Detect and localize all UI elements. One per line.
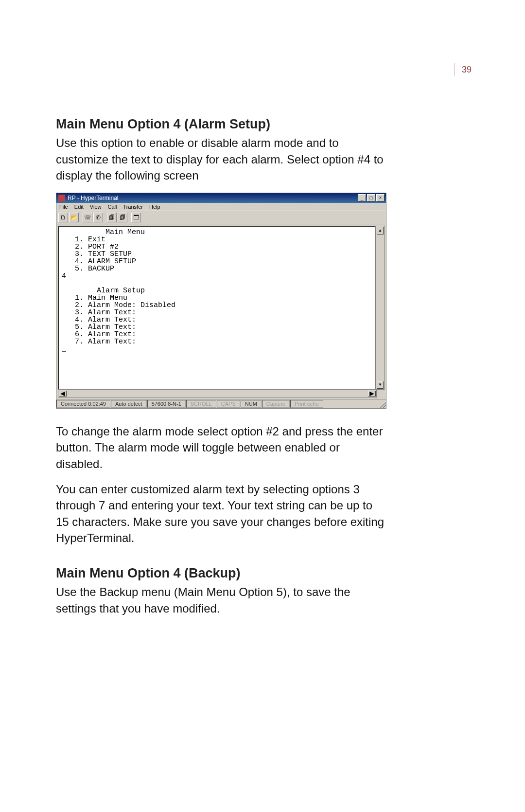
vertical-scrollbar[interactable]: ▲ ▼ — [376, 226, 385, 390]
window-titlebar: RP - HyperTerminal _ □ × — [56, 193, 386, 203]
terminal-area: Main Menu 1. Exit 2. PORT #2 3. TEXT SET… — [56, 224, 386, 390]
status-connected: Connected 0:02:49 — [56, 400, 110, 408]
section-heading-backup: Main Menu Option 4 (Backup) — [56, 566, 386, 581]
status-port: 57600 8-N-1 — [147, 400, 186, 408]
section-backup: Main Menu Option 4 (Backup) Use the Back… — [56, 566, 386, 616]
receive-icon[interactable]: 🗐 — [118, 213, 127, 222]
scroll-right-icon[interactable]: ► — [368, 391, 376, 397]
window-buttons: _ □ × — [358, 194, 385, 201]
minimize-button[interactable]: _ — [358, 194, 366, 201]
page-content: Main Menu Option 4 (Alarm Setup) Use thi… — [56, 117, 386, 616]
hyperterminal-window: RP - HyperTerminal _ □ × File Edit View … — [56, 193, 386, 409]
document-page: 39 Main Menu Option 4 (Alarm Setup) Use … — [0, 0, 525, 812]
terminal-output: Main Menu 1. Exit 2. PORT #2 3. TEXT SET… — [58, 226, 376, 390]
horizontal-scrollbar-row: ◄ ► — [56, 390, 386, 399]
menu-call[interactable]: Call — [108, 204, 117, 210]
disconnect-icon[interactable]: ✆ — [93, 213, 103, 222]
send-icon[interactable]: 🗐 — [107, 213, 117, 222]
window-title: RP - HyperTerminal — [68, 195, 358, 201]
open-icon[interactable]: 📂 — [69, 213, 79, 222]
menu-view[interactable]: View — [90, 204, 102, 210]
section1-para1: Use this option to enable or disable ala… — [56, 135, 386, 184]
section2-para1: Use the Backup menu (Main Menu Option 5)… — [56, 584, 386, 616]
properties-icon[interactable]: 🗔 — [131, 213, 141, 222]
menu-transfer[interactable]: Transfer — [123, 204, 143, 210]
menu-edit[interactable]: Edit — [74, 204, 84, 210]
status-capture: Capture — [262, 400, 290, 408]
scroll-corner — [377, 390, 385, 397]
status-bar: Connected 0:02:49 Auto detect 57600 8-N-… — [56, 399, 386, 408]
app-icon — [58, 195, 65, 201]
maximize-button[interactable]: □ — [367, 194, 375, 201]
status-echo: Print echo — [290, 400, 323, 408]
menu-bar: File Edit View Call Transfer Help — [56, 203, 386, 211]
scroll-down-icon[interactable]: ▼ — [377, 381, 384, 389]
scroll-left-icon[interactable]: ◄ — [59, 391, 67, 397]
connect-icon[interactable]: ☏ — [83, 213, 92, 222]
section1-para2: To change the alarm mode select option #… — [56, 423, 386, 472]
toolbar: 🗋 📂 ☏ ✆ 🗐 🗐 🗔 — [56, 211, 386, 224]
scroll-up-icon[interactable]: ▲ — [377, 227, 384, 235]
menu-help[interactable]: Help — [149, 204, 160, 210]
status-detect: Auto detect — [111, 400, 147, 408]
resize-grip-icon[interactable] — [378, 400, 386, 408]
page-number: 39 — [462, 65, 472, 75]
new-icon[interactable]: 🗋 — [58, 213, 68, 222]
section-heading-alarm-setup: Main Menu Option 4 (Alarm Setup) — [56, 117, 386, 132]
close-button[interactable]: × — [376, 194, 385, 201]
section1-para3: You can enter customized alarm text by s… — [56, 481, 386, 546]
status-num: NUM — [241, 400, 262, 408]
horizontal-scrollbar[interactable]: ◄ ► — [58, 390, 377, 397]
status-caps: CAPS — [217, 400, 240, 408]
status-scroll: SCROLL — [186, 400, 216, 408]
menu-file[interactable]: File — [59, 204, 68, 210]
page-number-container: 39 — [455, 63, 472, 76]
